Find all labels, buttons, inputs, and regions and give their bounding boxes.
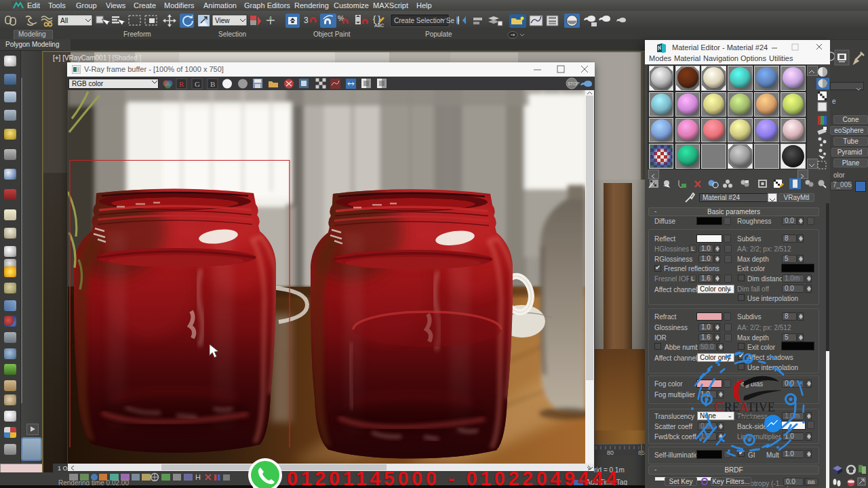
svg-text:B: B bbox=[210, 80, 215, 88]
svg-text:All: All bbox=[60, 17, 68, 24]
svg-text:3: 3 bbox=[304, 16, 309, 25]
svg-text:View: View bbox=[215, 17, 230, 24]
svg-text:STOP: STOP bbox=[568, 81, 580, 86]
svg-text:Group: Group bbox=[736, 413, 753, 421]
svg-text:R: R bbox=[179, 80, 184, 88]
svg-text:CREATIVE: CREATIVE bbox=[714, 398, 775, 415]
svg-text:Create Selection Se: Create Selection Se bbox=[394, 17, 454, 24]
svg-text:G: G bbox=[195, 80, 200, 88]
svg-text:H: H bbox=[195, 473, 201, 481]
svg-text:BB: BB bbox=[808, 479, 815, 485]
svg-text:ABC: ABC bbox=[374, 23, 384, 28]
